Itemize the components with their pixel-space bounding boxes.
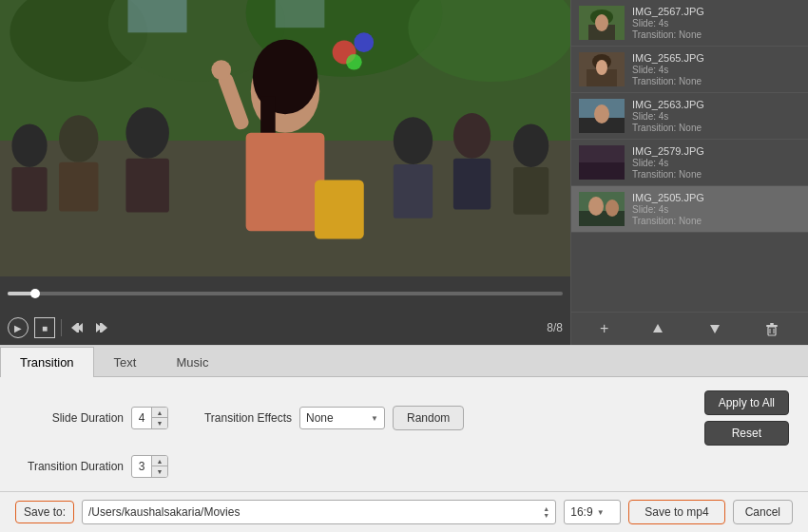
- slide-info: IMG_2505.JPG Slide: 4s Transition: None: [632, 192, 800, 226]
- list-item[interactable]: IMG_2505.JPG Slide: 4s Transition: None: [571, 186, 808, 233]
- video-container: [0, 0, 570, 276]
- slide-name: IMG_2505.JPG: [632, 192, 800, 203]
- slide-info: IMG_2579.JPG Slide: 4s Transition: None: [632, 145, 800, 180]
- reset-button[interactable]: Reset: [704, 421, 789, 446]
- transition-duration-arrows: ▲ ▼: [151, 456, 167, 477]
- apply-to-all-button[interactable]: Apply to All: [704, 390, 789, 415]
- transition-effects-value: None: [306, 411, 367, 425]
- svg-point-29: [346, 54, 362, 70]
- slide-duration-value: 4: [132, 411, 151, 425]
- footer-bar: Save to: /Users/kaushalsakaria/Movies ▲ …: [0, 491, 808, 532]
- random-button[interactable]: Random: [393, 406, 464, 430]
- slide-list-spacer: [571, 233, 808, 312]
- rewind-icon: [69, 320, 85, 335]
- list-item[interactable]: IMG_2565.JPG Slide: 4s Transition: None: [571, 47, 808, 93]
- save-path-value: /Users/kaushalsakaria/Movies: [88, 505, 240, 519]
- svg-rect-62: [770, 323, 774, 325]
- svg-point-8: [11, 124, 47, 168]
- thumb-svg-5: [579, 192, 625, 226]
- slide-name: IMG_2563.JPG: [632, 99, 800, 110]
- thumb-svg-2: [579, 52, 625, 86]
- transition-duration-up[interactable]: ▲: [152, 456, 167, 466]
- slide-duration-field: Slide Duration 4 ▲ ▼: [19, 407, 168, 429]
- slide-info: IMG_2565.JPG Slide: 4s Transition: None: [632, 52, 800, 86]
- stop-button[interactable]: ■: [34, 317, 55, 338]
- slide-name: IMG_2565.JPG: [632, 52, 800, 64]
- transition-duration-spinner[interactable]: 3 ▲ ▼: [131, 455, 168, 478]
- aspect-ratio-select[interactable]: 16:9 ▼: [564, 500, 621, 524]
- slide-duration-up[interactable]: ▲: [152, 408, 167, 418]
- divider-1: [61, 319, 62, 336]
- slide-duration: Slide: 4s: [632, 158, 800, 168]
- rewind-button[interactable]: [67, 318, 87, 337]
- forward-button[interactable]: [92, 318, 111, 337]
- settings-row-1: Slide Duration 4 ▲ ▼ Transition Effects …: [19, 390, 789, 446]
- slide-thumbnail: [579, 99, 625, 133]
- slide-info: IMG_2563.JPG Slide: 4s Transition: None: [632, 99, 800, 133]
- progress-track[interactable]: [8, 292, 563, 295]
- list-item[interactable]: IMG_2563.JPG Slide: 4s Transition: None: [571, 93, 808, 140]
- svg-rect-17: [246, 133, 325, 231]
- list-item[interactable]: IMG_2579.JPG Slide: 4s Transition: None: [571, 140, 808, 186]
- svg-point-10: [59, 115, 98, 162]
- transition-panel: Slide Duration 4 ▲ ▼ Transition Effects …: [0, 377, 808, 491]
- move-up-button[interactable]: [644, 319, 671, 338]
- transition-duration-down[interactable]: ▼: [152, 466, 167, 477]
- slide-duration: Slide: 4s: [632, 65, 800, 75]
- svg-rect-6: [276, 0, 325, 28]
- save-path-input[interactable]: /Users/kaushalsakaria/Movies ▲ ▼: [82, 500, 556, 524]
- svg-point-21: [394, 117, 433, 164]
- svg-rect-20: [315, 180, 364, 238]
- tab-bar: Transition Text Music: [0, 346, 808, 377]
- slide-duration-down[interactable]: ▼: [152, 418, 167, 428]
- tab-music[interactable]: Music: [156, 347, 228, 377]
- list-item[interactable]: IMG_2567.JPG Slide: 4s Transition: None: [571, 0, 808, 47]
- cancel-button[interactable]: Cancel: [733, 500, 793, 524]
- playback-bar: [0, 276, 570, 311]
- progress-thumb: [30, 289, 40, 298]
- slide-thumbnail: [579, 145, 625, 180]
- slide-thumbnail: [579, 52, 625, 86]
- play-button[interactable]: ▶: [8, 317, 29, 338]
- transition-effects-label: Transition Effects: [187, 411, 292, 425]
- svg-rect-60: [768, 327, 776, 335]
- tab-transition[interactable]: Transition: [0, 347, 94, 377]
- slide-transition: Transition: None: [632, 169, 800, 180]
- move-down-button[interactable]: [702, 319, 728, 338]
- thumb-svg-4: [579, 145, 625, 180]
- svg-rect-61: [766, 325, 778, 327]
- svg-marker-58: [653, 324, 663, 332]
- slide-counter: 8/8: [547, 321, 563, 334]
- slide-transition: Transition: None: [632, 216, 800, 226]
- svg-marker-30: [71, 323, 77, 332]
- svg-point-43: [596, 60, 607, 75]
- settings-row-2: Transition Duration 3 ▲ ▼: [19, 455, 789, 478]
- svg-point-25: [513, 124, 548, 168]
- delete-slide-button[interactable]: [759, 319, 785, 338]
- svg-rect-26: [513, 167, 548, 215]
- save-mp4-button[interactable]: Save to mp4: [628, 500, 724, 524]
- slide-thumbnail: [579, 192, 625, 226]
- add-slide-button[interactable]: +: [594, 318, 614, 339]
- thumb-svg-3: [579, 99, 625, 133]
- transition-effects-select[interactable]: None ▼: [299, 407, 385, 429]
- svg-point-19: [211, 60, 231, 80]
- svg-rect-49: [579, 145, 625, 162]
- slide-thumbnail: [579, 6, 625, 40]
- save-to-button[interactable]: Save to:: [15, 501, 74, 523]
- svg-point-12: [125, 107, 169, 159]
- ratio-chevron-icon: ▼: [597, 508, 605, 517]
- scene-svg: [0, 0, 570, 276]
- forward-icon: [94, 320, 109, 335]
- svg-marker-33: [102, 323, 107, 332]
- svg-rect-13: [125, 159, 169, 213]
- action-buttons-group: Apply to All Reset: [704, 390, 789, 446]
- slide-duration-spinner[interactable]: 4 ▲ ▼: [131, 407, 168, 429]
- svg-rect-11: [59, 162, 98, 212]
- slide-name: IMG_2579.JPG: [632, 145, 800, 157]
- video-panel: ▶ ■ 8/8: [0, 0, 570, 345]
- tab-text[interactable]: Text: [94, 347, 157, 377]
- svg-rect-9: [11, 167, 47, 212]
- slide-duration: Slide: 4s: [632, 18, 800, 28]
- controls-bar: ▶ ■ 8/8: [0, 311, 570, 345]
